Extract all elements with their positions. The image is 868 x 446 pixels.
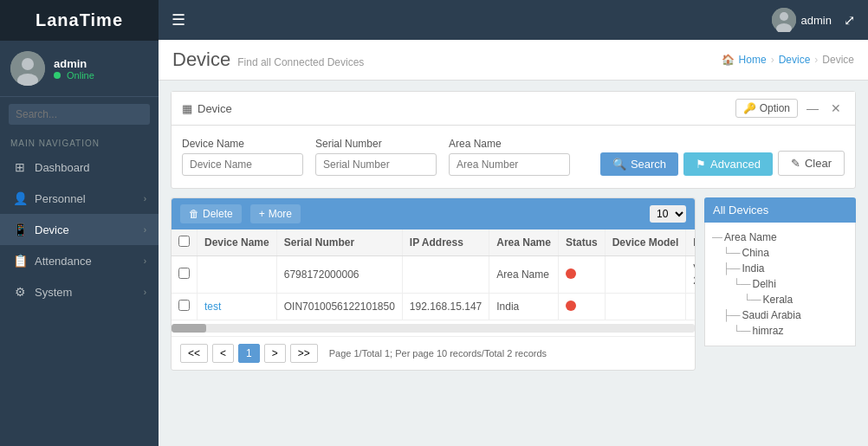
nav-section-label: MAIN NAVIGATION <box>0 132 159 152</box>
sidebar-item-dashboard[interactable]: ⊞ Dashboard <box>0 152 159 183</box>
share-icon[interactable]: ⤢ <box>844 12 855 29</box>
prev-page-button[interactable]: < <box>212 344 234 363</box>
tree-node-label: India <box>742 262 765 275</box>
search-btn-label: Search <box>631 158 666 171</box>
sidebar-item-label: System <box>35 286 72 299</box>
tree-node-label: Kerala <box>763 294 794 306</box>
avatar <box>10 51 45 86</box>
option-button[interactable]: 🔑 Option <box>735 99 798 118</box>
device-name-input[interactable] <box>182 153 303 176</box>
row-status <box>558 294 605 320</box>
data-table: Device Name Serial Number IP Address Are… <box>172 229 695 320</box>
row-checkbox[interactable] <box>178 300 190 311</box>
sidebar-search-area <box>0 97 159 132</box>
main-area: ☰ admin ⤢ Device Find all Connected Devi… <box>159 0 868 446</box>
minimize-button[interactable]: — <box>803 101 822 115</box>
clear-button[interactable]: ✎ Clear <box>778 151 845 176</box>
topbar: ☰ admin ⤢ <box>159 0 868 40</box>
breadcrumb: 🏠 Home › Device › Device <box>722 54 854 66</box>
key-icon: 🔑 <box>743 102 756 114</box>
pagination-bar: << < 1 > >> Page 1/Total 1; Per page 10 … <box>172 336 695 370</box>
row-firmware <box>686 294 695 320</box>
breadcrumb-device1[interactable]: Device <box>779 54 811 66</box>
col-device-model: Device Model <box>605 229 686 256</box>
chevron-icon: › <box>144 288 146 297</box>
per-page-dropdown[interactable]: 10 <box>650 205 686 223</box>
tree-prefix: — <box>712 231 722 243</box>
col-ip-address: IP Address <box>402 229 489 256</box>
col-serial-number: Serial Number <box>276 229 402 256</box>
svg-point-4 <box>780 12 788 21</box>
tree-prefix: └— <box>733 278 751 290</box>
tree-prefix: └— <box>743 294 761 306</box>
serial-number-filter: Serial Number <box>315 138 437 176</box>
area-name-input[interactable] <box>449 153 570 176</box>
table-row: 6798172000006 Area Name Ver 1.0.0-201405… <box>172 256 695 294</box>
breadcrumb-home[interactable]: Home <box>739 54 767 66</box>
row-device-name: test <box>198 294 277 320</box>
tree-node[interactable]: ├—Saudi Arabia <box>712 307 848 323</box>
advanced-button[interactable]: ⚑ Advanced <box>683 152 773 176</box>
device-panel: ▦ Device 🔑 Option — ✕ Dev <box>171 91 856 189</box>
sidebar-item-label: Dashboard <box>35 161 90 174</box>
sidebar-search-input[interactable] <box>9 104 150 125</box>
serial-number-input[interactable] <box>315 153 437 176</box>
next-page-button[interactable]: > <box>264 344 286 363</box>
panel-header: ▦ Device 🔑 Option — ✕ <box>172 92 855 126</box>
current-page-button[interactable]: 1 <box>238 344 260 363</box>
delete-button[interactable]: 🗑 Delete <box>180 204 242 223</box>
plus-icon: + <box>259 208 265 220</box>
tree-panel: All Devices —Area Name└—China├—India└—De… <box>704 197 856 371</box>
topbar-user: admin <box>772 8 832 32</box>
search-icon: 🔍 <box>612 158 626 171</box>
tree-node[interactable]: └—China <box>712 245 848 261</box>
select-all-checkbox[interactable] <box>178 236 190 247</box>
advanced-icon: ⚑ <box>696 158 706 171</box>
breadcrumb-current: Device <box>822 54 854 66</box>
pagination-info: Page 1/Total 1; Per page 10 records/Tota… <box>329 348 547 359</box>
topbar-left: ☰ <box>172 10 185 29</box>
toolbar-left: 🗑 Delete + More <box>180 204 301 223</box>
search-button[interactable]: 🔍 Search <box>600 152 678 176</box>
col-device-name: Device Name <box>198 229 277 256</box>
horizontal-scrollbar[interactable] <box>172 324 695 333</box>
horizontal-scrollbar-row <box>172 320 695 336</box>
tree-node-label: China <box>742 247 769 259</box>
serial-number-label: Serial Number <box>315 138 437 150</box>
close-button[interactable]: ✕ <box>827 101 845 115</box>
delete-label: Delete <box>203 208 233 220</box>
device-name-label: Device Name <box>182 138 303 150</box>
tree-node-label: Area Name <box>724 231 777 243</box>
app-logo: LanaTime <box>0 0 159 41</box>
tree-node[interactable]: └—Delhi <box>712 276 848 292</box>
topbar-right: admin ⤢ <box>772 8 855 32</box>
tree-node[interactable]: —Area Name <box>712 229 848 245</box>
first-page-button[interactable]: << <box>180 344 208 363</box>
tree-node-label: Saudi Arabia <box>742 309 801 321</box>
row-ip-address <box>402 256 489 294</box>
tree-node[interactable]: └—Kerala <box>712 292 848 307</box>
row-device-model <box>605 294 686 320</box>
per-page-select: 10 <box>650 205 686 223</box>
tree-node[interactable]: ├—India <box>712 261 848 276</box>
menu-icon[interactable]: ☰ <box>172 10 185 29</box>
row-area-name: Area Name <box>489 256 559 294</box>
device-name-filter: Device Name <box>182 138 303 176</box>
sidebar-item-attendance[interactable]: 📋 Attendance › <box>0 245 159 276</box>
row-device-name <box>198 256 277 294</box>
home-icon: 🏠 <box>722 54 735 66</box>
row-checkbox-cell <box>172 294 198 320</box>
table-toolbar: 🗑 Delete + More 10 <box>172 198 695 229</box>
sidebar-item-personnel[interactable]: 👤 Personnel › <box>0 183 159 214</box>
row-firmware: Ver 1.0.0-20140512 <box>686 256 695 294</box>
tree-node[interactable]: └—himraz <box>712 323 848 339</box>
sidebar-item-device[interactable]: 📱 Device › <box>0 214 159 245</box>
tree-node-label: himraz <box>753 325 784 337</box>
last-page-button[interactable]: >> <box>290 344 318 363</box>
more-button[interactable]: + More <box>250 204 301 223</box>
device-name-link[interactable]: test <box>204 301 221 313</box>
topbar-username: admin <box>801 14 832 27</box>
filter-row: Device Name Serial Number Area Name 🔍 <box>172 126 855 188</box>
sidebar-item-system[interactable]: ⚙ System › <box>0 276 159 307</box>
row-checkbox[interactable] <box>178 268 190 279</box>
